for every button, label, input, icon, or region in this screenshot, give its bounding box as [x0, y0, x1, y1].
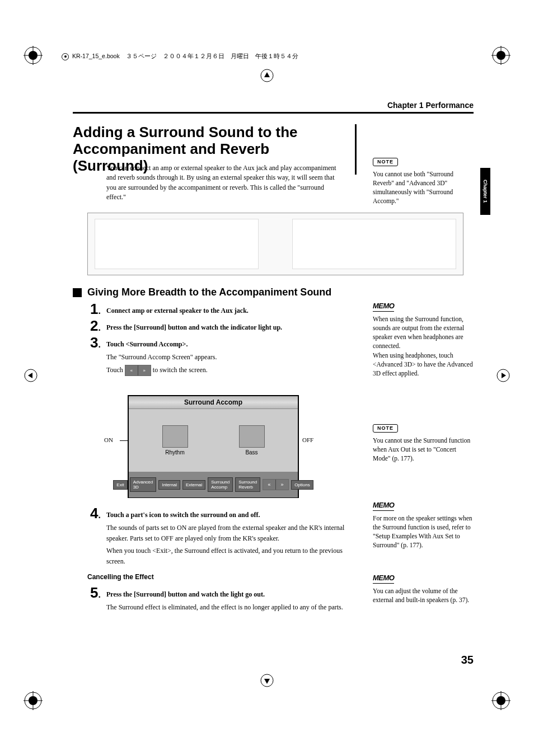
note-text: You cannot use the Surround function whe… [373, 436, 474, 463]
step-number-1: 1. [86, 302, 101, 316]
panel-right [292, 219, 456, 269]
sidenote-note-2: NOTE You cannot use the Surround functio… [373, 423, 474, 463]
part-rhythm: Rhythm [162, 425, 188, 456]
memo-label: MEMO [373, 500, 394, 511]
rhythm-icon [162, 425, 188, 448]
screen-btn-reverb: Surround Reverb [235, 477, 260, 492]
panel-left [95, 219, 259, 269]
sidenote-memo-1: MEMO When using the Surround function, s… [373, 301, 474, 378]
crop-arrow-right [496, 368, 510, 383]
page-number: 35 [461, 654, 474, 666]
svg-marker-23 [264, 679, 270, 684]
step-3-text: Touch <Surround Accomp>. [106, 340, 188, 348]
off-label: OFF [302, 436, 313, 443]
page-nav-icon: «» [125, 365, 151, 376]
memo-text: For more on the speaker settings when th… [373, 514, 474, 550]
screen-btn-internal: Internal [158, 480, 180, 490]
on-label: ON [104, 436, 113, 443]
section-square-icon [73, 288, 82, 297]
memo-text: You can adjust the volume of the externa… [373, 586, 474, 604]
chapter-rule [73, 112, 474, 114]
step-5-block: 5.Press the [Surround] button and watch … [73, 583, 347, 613]
step-number-5: 5. [86, 585, 101, 600]
registration-mark-bl [24, 691, 43, 710]
chapter-heading: Chapter 1 Performance [387, 101, 474, 110]
sidenote-memo-2: MEMO For more on the speaker settings wh… [373, 500, 474, 550]
crop-arrow-top [260, 68, 274, 83]
screen-btn-external: External [182, 480, 205, 490]
step-4-text: Touch a part's icon to switch the surrou… [106, 511, 260, 519]
step-1-text: Connect amp or external speaker to the A… [106, 307, 249, 314]
registration-mark-br [491, 691, 510, 710]
sidenote-note-1: NOTE You cannot use both "Surround Rever… [373, 157, 474, 205]
svg-marker-21 [264, 72, 270, 77]
memo-label: MEMO [373, 301, 394, 312]
crop-arrow-left [24, 368, 38, 383]
note-label: NOTE [373, 424, 398, 433]
memo-text: When using the Surround function, sounds… [373, 314, 474, 378]
step-2-text: Press the [Surround] button and watch th… [106, 323, 282, 331]
step-4-sub1: The sounds of parts set to ON are played… [106, 523, 347, 543]
screen-btn-adv3d: Advanced 3D [130, 477, 157, 492]
control-panel-diagram [87, 213, 463, 275]
cancel-heading: Cancelling the Effect [87, 573, 154, 581]
step-4-block: 4.Touch a part's icon to switch the surr… [73, 504, 347, 566]
step-number-4: 4. [86, 506, 101, 520]
svg-marker-19 [502, 373, 506, 378]
registration-mark-tr [491, 46, 510, 65]
print-header: KR-17_15_e.book ３５ページ ２００４年１２月６日 月曜日 午後１… [62, 53, 298, 60]
step-4-sub2: When you touch <Exit>, the Surround effe… [106, 546, 347, 566]
note-label: NOTE [373, 158, 398, 166]
intro-paragraph: You can connect an amp or external speak… [106, 163, 340, 203]
part-bass: Bass [239, 425, 265, 456]
memo-label: MEMO [373, 573, 394, 584]
sidenote-memo-3: MEMO You can adjust the volume of the ex… [373, 573, 474, 604]
screen-page-nav-icon: «» [263, 479, 289, 490]
note-text: You cannot use both "Surround Reverb" an… [373, 170, 474, 205]
screen-title: Surround Accomp [129, 396, 298, 409]
svg-marker-17 [28, 373, 32, 378]
screen-btn-accomp: Surround Accomp [208, 477, 233, 492]
step-5-sub: The Surround effect is eliminated, and t… [106, 602, 347, 613]
section-heading: Giving More Breadth to the Accompaniment… [87, 287, 331, 298]
step-3-sub1: The "Surround Accomp Screen" appears. [106, 352, 347, 363]
bass-icon [239, 425, 265, 448]
section-breadth: Giving More Breadth to the Accompaniment… [73, 287, 347, 376]
crop-arrow-bottom [260, 673, 274, 688]
step-number-3: 3. [86, 335, 101, 350]
header-dot-icon [62, 53, 69, 60]
registration-mark-tl [24, 46, 43, 65]
screen-btn-exit: Exit [113, 480, 127, 490]
side-tab: Chapter 1 [480, 168, 490, 215]
step-3-sub2: Touch «» to switch the screen. [106, 365, 347, 376]
screen-btn-options: Options [291, 480, 313, 490]
step-5-text: Press the [Surround] button and watch th… [106, 590, 265, 598]
surround-accomp-screen: Surround Accomp Rhythm Bass Exit Advance… [128, 395, 299, 498]
header-text: KR-17_15_e.book ３５ページ ２００４年１２月６日 月曜日 午後１… [72, 53, 298, 60]
step-number-2: 2. [86, 318, 101, 333]
